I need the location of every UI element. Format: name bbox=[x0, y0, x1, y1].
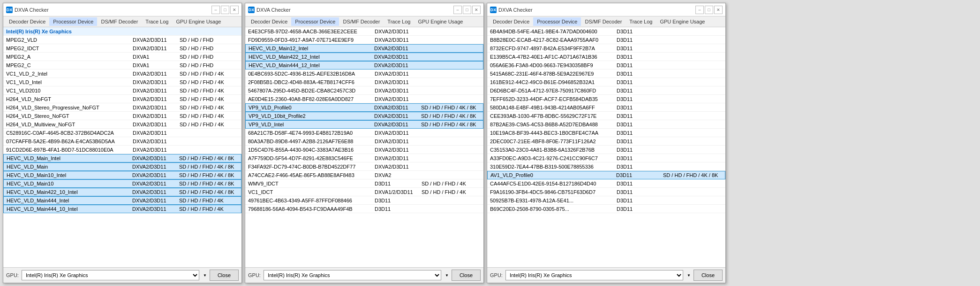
list-item[interactable]: A33FD0EC-A9D3-4C21-9276-C241CC90F6C7D3D1… bbox=[487, 154, 725, 162]
list-item[interactable]: 161BE912-44C2-49C0-B61E-D946852B32A1D3D1… bbox=[487, 78, 725, 86]
list-item[interactable]: 7EFF652D-3233-44DF-ACF7-ECFB584DAB35D3D1… bbox=[487, 95, 725, 103]
list-item[interactable]: HEVC_VLD_Main422_12_IntelDXVA2/D3D11 bbox=[245, 53, 483, 61]
tab-processor-device-3[interactable]: Processor Device bbox=[533, 17, 581, 26]
list-item[interactable]: E139B5CA-47B2-40E1-AF1C-AD71A67A1B36D3D1… bbox=[487, 53, 725, 61]
list-item[interactable]: C35153A0-23C0-4A81-B3B8-6A1326F2B76BD3D1… bbox=[487, 146, 725, 154]
list-item[interactable]: VC1_VLD_2_IntelDXVA2/D3D11SD / HD / FHD … bbox=[3, 70, 241, 78]
list-item[interactable]: H264_VLD_Stereo_Progressive_NoFGTDXVA2/D… bbox=[3, 103, 241, 112]
list-item[interactable]: 1D5C4D76-B55A-4430-904C-3383A7AE3B16DXVA… bbox=[245, 146, 483, 154]
list-item[interactable]: VP9_VLD_Profile0DXVA2/D3D11SD / HD / FHD… bbox=[245, 103, 483, 112]
list-item[interactable]: 310E59D2-7EA4-47BB-B319-500E78855336D3D1… bbox=[487, 162, 725, 171]
list-item[interactable]: H264_VLD_NoFGTDXVA2/D3D11SD / HD / FHD /… bbox=[3, 95, 241, 103]
tab-trace-log-2[interactable]: Trace Log bbox=[384, 17, 414, 26]
gpu-select-1[interactable]: Intel(R) Iris(R) Xe Graphics bbox=[22, 270, 199, 280]
list-item[interactable]: HEVC_VLD_Main10DXVA2/D3D11SD / HD / FHD … bbox=[3, 179, 241, 188]
list-item[interactable]: A74CCAE2-F466-45AE-86F5-AB88E8AF8483DXVA… bbox=[245, 171, 483, 179]
list-item[interactable]: E4E3CF5B-97D2-4658-AACB-366E3EE2CEEEDXVA… bbox=[245, 27, 483, 36]
close-btn-2[interactable]: ✕ bbox=[472, 6, 481, 14]
list-item[interactable]: VC1_VLD_IntelDXVA2/D3D11SD / HD / FHD / … bbox=[3, 78, 241, 86]
list-item[interactable]: 79688186-56A8-4094-B543-FC9DAAA49F4BD3D1… bbox=[245, 205, 483, 213]
maximize-btn-2[interactable]: □ bbox=[463, 6, 471, 14]
minimize-btn-3[interactable]: – bbox=[695, 6, 704, 14]
list-item[interactable]: MPEG2_ADXVA1SD / HD / FHD bbox=[3, 53, 241, 61]
list-item[interactable]: HEVC_VLD_Main12_IntelDXVA2/D3D11 bbox=[245, 44, 483, 53]
list-item[interactable]: B8B28E0C-ECAB-4217-8C82-EAAA9755AAF0D3D1… bbox=[487, 36, 725, 44]
list-item[interactable]: 91CD2D6E-897B-4FA1-B0D7-51DC88010E0ADXVA… bbox=[3, 146, 241, 154]
minimize-btn-2[interactable]: – bbox=[453, 6, 462, 14]
tab-decoder-device-3[interactable]: Decoder Device bbox=[489, 17, 533, 26]
list-item[interactable]: WMV9_IDCTD3D11SD / HD / FHD / 4K bbox=[245, 179, 483, 188]
tab-trace-log-1[interactable]: Trace Log bbox=[142, 17, 172, 26]
tab-trace-log-3[interactable]: Trace Log bbox=[626, 17, 656, 26]
list-item[interactable]: F9A16190-3FB4-4DC5-9846-CB751F63D6D7D3D1… bbox=[487, 188, 725, 196]
list-1[interactable]: Intel(R) Iris(R) Xe GraphicsMPEG2_VLDDXV… bbox=[3, 27, 241, 267]
list-item[interactable]: 580DA148-E4BF-49B1-943B-4214AB05A6FFD3D1… bbox=[487, 103, 725, 112]
tab-decoder-device-1[interactable]: Decoder Device bbox=[5, 17, 49, 26]
list-item[interactable]: MPEG2_IDCTDXVA2/D3D11SD / HD / FHD bbox=[3, 44, 241, 53]
list-item[interactable]: 056A6E36-F3A8-4D00-9663-7E9430358BF9D3D1… bbox=[487, 61, 725, 70]
list-item[interactable]: H264_VLD_Multiview_NoFGTDXVA2/D3D11SD / … bbox=[3, 120, 241, 129]
tab-processor-device-2[interactable]: Processor Device bbox=[291, 17, 339, 26]
list-item[interactable]: 07CFAFFB-5A2E-4B99-B62A-E4CA53B6D5AADXVA… bbox=[3, 137, 241, 146]
list-item[interactable]: HEVC_VLD_Main10_IntelDXVA2/D3D11SD / HD … bbox=[3, 171, 241, 179]
list-item[interactable]: Intel(R) Iris(R) Xe Graphics bbox=[3, 27, 241, 36]
list-2[interactable]: E4E3CF5B-97D2-4658-AACB-366E3EE2CEEEDXVA… bbox=[245, 27, 483, 267]
close-footer-btn-3[interactable]: Close bbox=[694, 270, 723, 281]
list-item[interactable]: 87B2AE39-C9A5-4C53-B6B8-A52D7EDBA488D3D1… bbox=[487, 120, 725, 129]
list-item[interactable]: 68A21C7B-D58F-4E74-9993-E4B8172B19A0DXVA… bbox=[245, 129, 483, 137]
list-item[interactable]: 5415A68C-231E-46F4-878B-5E9A22E967E9D3D1… bbox=[487, 70, 725, 78]
list-item[interactable]: 8732ECFD-9747-4897-B42A-E534F9FF2B7AD3D1… bbox=[487, 44, 725, 53]
list-item[interactable]: A7F759DD-5F54-4D7F-8291-42E883C546FEDXVA… bbox=[245, 154, 483, 162]
list-item[interactable]: 0E4BC693-5D2C-4936-B125-AEFE32B16D8ADXVA… bbox=[245, 70, 483, 78]
gpu-select-3[interactable]: Intel(R) Iris(R) Xe Graphics bbox=[505, 270, 683, 280]
list-item[interactable]: HEVC_VLD_Main444_12_IntelDXVA2/D3D11 bbox=[245, 61, 483, 70]
list-item[interactable]: 2F08B5B1-DBC2-4D48-883A-4E7B8174CFF6DXVA… bbox=[245, 78, 483, 86]
list-item[interactable]: C528916C-C0AF-4645-8CB2-372B6D4ADC2ADXVA… bbox=[3, 129, 241, 137]
minimize-btn-1[interactable]: – bbox=[211, 6, 220, 14]
list-item[interactable]: 6B4A94DB-54FE-4AE1-9BE4-7A7DAD004600D3D1… bbox=[487, 27, 725, 36]
list-item[interactable]: FD9D9559-0FD3-4917-A9A7-07E714EE9EF9DXVA… bbox=[245, 36, 483, 44]
list-item[interactable]: HEVC_VLD_MainDXVA2/D3D11SD / HD / FHD / … bbox=[3, 162, 241, 171]
list-item[interactable]: 50925B7B-E931-4978-A12A-5E41...D3D11 bbox=[487, 196, 725, 205]
list-item[interactable]: 49761BEC-4B63-4349-A5FF-87FFDF088466D3D1… bbox=[245, 196, 483, 205]
close-footer-btn-1[interactable]: Close bbox=[210, 270, 239, 281]
tab-gpu-engine-3[interactable]: GPU Engine Usage bbox=[656, 17, 709, 26]
cell-name: 10E19AC8-BF39-4443-BEC3-1B0CBFE4C7AA bbox=[489, 130, 616, 136]
maximize-btn-1[interactable]: □ bbox=[221, 6, 229, 14]
close-btn-3[interactable]: ✕ bbox=[714, 6, 723, 14]
tab-dsmf-decoder-1[interactable]: DS/MF Decoder bbox=[97, 17, 142, 26]
list-item[interactable]: VC1_IDCTDXVA1/2/D3D11SD / HD / FHD / 4K bbox=[245, 188, 483, 196]
list-item[interactable]: 2DEC00C7-21EE-4BF8-8F0E-773F11F126A2D3D1… bbox=[487, 137, 725, 146]
list-3[interactable]: 6B4A94DB-54FE-4AE1-9BE4-7A7DAD004600D3D1… bbox=[487, 27, 725, 267]
list-item[interactable]: HEVC_VLD_Main422_10_IntelDXVA2/D3D11SD /… bbox=[3, 188, 241, 196]
list-item[interactable]: B69C20E0-2508-8790-0305-875...D3D11 bbox=[487, 205, 725, 213]
list-item[interactable]: H264_VLD_Stereo_NoFGTDXVA2/D3D11SD / HD … bbox=[3, 112, 241, 120]
list-item[interactable]: D6D6BC4F-D51A-4712-97E8-750917C860FDD3D1… bbox=[487, 86, 725, 95]
list-item[interactable]: CA44AFC5-E1D0-42E6-9154-B127186D4D40D3D1… bbox=[487, 179, 725, 188]
close-btn-1[interactable]: ✕ bbox=[230, 6, 239, 14]
close-footer-btn-2[interactable]: Close bbox=[452, 270, 481, 281]
list-item[interactable]: HEVC_VLD_Main_IntelDXVA2/D3D11SD / HD / … bbox=[3, 154, 241, 162]
tab-decoder-device-2[interactable]: Decoder Device bbox=[247, 17, 291, 26]
list-item[interactable]: 5467807A-295D-445D-BD2E-CBA8C2457C3DDXVA… bbox=[245, 86, 483, 95]
list-item[interactable]: 10E19AC8-BF39-4443-BEC3-1B0CBFE4C7AAD3D1… bbox=[487, 129, 725, 137]
list-item[interactable]: HEVC_VLD_Main444_IntelDXVA2/D3D11SD / HD… bbox=[3, 196, 241, 205]
list-item[interactable]: CEE393AB-1030-4F7B-8DBC-55629C72F17ED3D1… bbox=[487, 112, 725, 120]
list-item[interactable]: VC1_VLD2010DXVA2/D3D11SD / HD / FHD / 4K bbox=[3, 86, 241, 95]
list-item[interactable]: MPEG2_CDXVA1SD / HD / FHD bbox=[3, 61, 241, 70]
list-item[interactable]: AV1_VLD_Profile0D3D11SD / HD / FHD / 4K … bbox=[487, 171, 725, 179]
list-item[interactable]: AE0D4E15-2360-40A8-BF82-028E6A0DD827DXVA… bbox=[245, 95, 483, 103]
list-item[interactable]: F34FA92F-DC79-474C-B0DB-B7BD4522DF77DXVA… bbox=[245, 162, 483, 171]
gpu-select-2[interactable]: Intel(R) Iris(R) Xe Graphics bbox=[264, 270, 441, 280]
list-item[interactable]: MPEG2_VLDDXVA2/D3D11SD / HD / FHD bbox=[3, 36, 241, 44]
list-item[interactable]: HEVC_VLD_Main444_10_IntelDXVA2/D3D11SD /… bbox=[3, 205, 241, 213]
tab-gpu-engine-1[interactable]: GPU Engine Usage bbox=[172, 17, 225, 26]
maximize-btn-3[interactable]: □ bbox=[705, 6, 713, 14]
list-item[interactable]: VP9_VLD_IntelDXVA2/D3D11SD / HD / FHD / … bbox=[245, 120, 483, 129]
tab-gpu-engine-2[interactable]: GPU Engine Usage bbox=[414, 17, 467, 26]
list-item[interactable]: 80A3A7BD-89D8-4497-A2B8-2126AF7E6E88DXVA… bbox=[245, 137, 483, 146]
list-item[interactable]: VP9_VLD_10bit_Profile2DXVA2/D3D11SD / HD… bbox=[245, 112, 483, 120]
tab-processor-device-1[interactable]: Processor Device bbox=[49, 17, 97, 26]
tab-dsmf-decoder-2[interactable]: DS/MF Decoder bbox=[339, 17, 384, 26]
tab-dsmf-decoder-3[interactable]: DS/MF Decoder bbox=[581, 17, 626, 26]
